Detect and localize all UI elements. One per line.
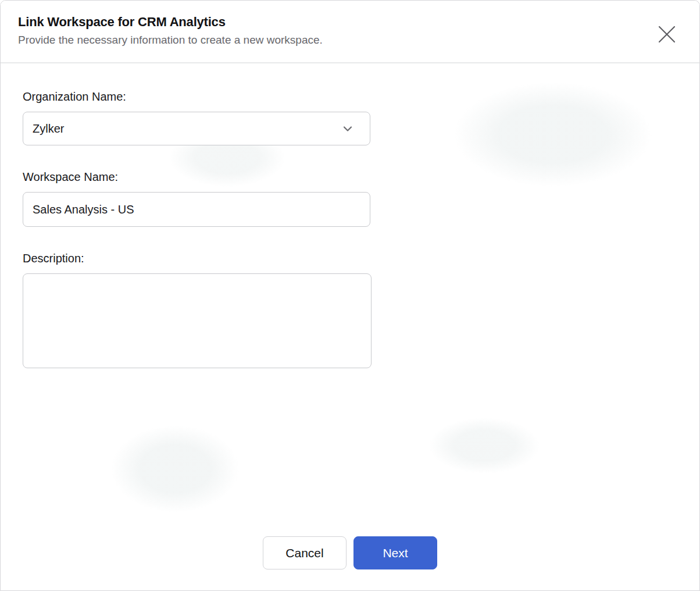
dialog-footer: Cancel Next xyxy=(1,536,699,569)
next-button[interactable]: Next xyxy=(353,536,437,569)
cancel-button[interactable]: Cancel xyxy=(263,536,347,569)
close-button[interactable] xyxy=(655,23,678,46)
workspace-name-label: Workspace Name: xyxy=(23,170,699,184)
link-workspace-dialog: Link Workspace for CRM Analytics Provide… xyxy=(0,0,700,591)
description-label: Description: xyxy=(23,252,699,265)
description-textarea[interactable] xyxy=(23,273,372,368)
close-icon xyxy=(657,24,677,44)
chevron-down-icon xyxy=(341,122,355,136)
description-field-group: Description: xyxy=(23,252,699,371)
dialog-subtitle: Provide the necessary information to cre… xyxy=(18,34,682,47)
organization-select[interactable]: Zylker xyxy=(23,112,370,145)
workspace-name-input[interactable] xyxy=(23,192,370,227)
dialog-title: Link Workspace for CRM Analytics xyxy=(18,15,682,30)
dialog-header: Link Workspace for CRM Analytics Provide… xyxy=(1,1,699,63)
organization-name-label: Organization Name: xyxy=(23,90,699,104)
organization-field-group: Organization Name: Zylker xyxy=(23,90,699,145)
organization-select-value: Zylker xyxy=(33,122,64,136)
workspace-form: Organization Name: Zylker Workspace Name… xyxy=(1,65,699,371)
workspace-name-field-group: Workspace Name: xyxy=(23,170,699,227)
dialog-body: Organization Name: Zylker Workspace Name… xyxy=(1,65,699,590)
dialog-titles: Link Workspace for CRM Analytics Provide… xyxy=(18,15,682,47)
